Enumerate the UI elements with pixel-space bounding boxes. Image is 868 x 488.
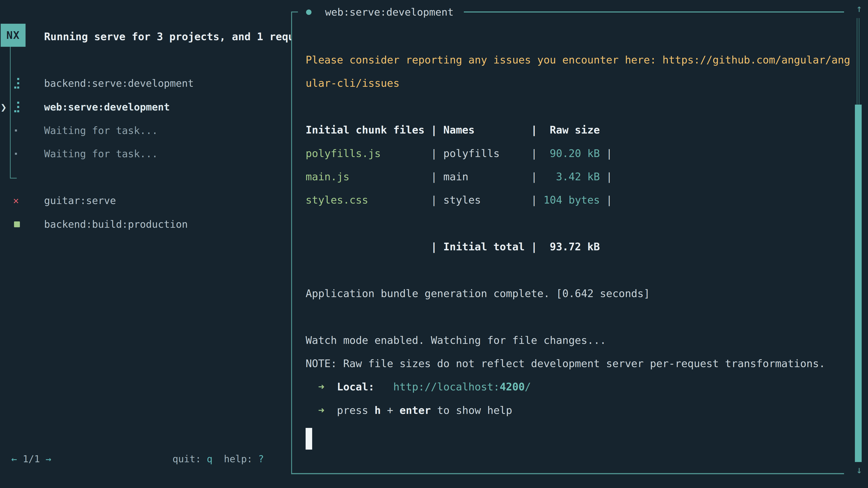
task-label: Waiting for task... (44, 147, 158, 161)
terminal-line (306, 369, 844, 381)
terminal-text: | (381, 147, 443, 160)
terminal-text: styles.css (306, 194, 368, 206)
pager: ← 1/1 → (11, 452, 51, 466)
running-status-dot-icon (306, 9, 311, 15)
local-url-link[interactable]: http://localhost: (393, 381, 500, 393)
terminal-cursor (306, 428, 312, 450)
terminal-text: Application bundle generation complete. … (306, 287, 650, 300)
terminal-line (306, 218, 844, 230)
scroll-up-arrow-icon[interactable]: ↑ (854, 2, 864, 15)
scroll-down-arrow-icon[interactable]: ↓ (854, 463, 864, 477)
terminal-text: ➜ (318, 381, 324, 393)
quit-key: q (207, 453, 213, 464)
task-sidebar: NX Running serve for 3 projects, and 1 r… (0, 0, 291, 488)
failed-x-icon: ✕ (13, 194, 19, 207)
terminal-line: | Initial total | 93.72 kB (306, 241, 844, 253)
terminal-line: ular-cli/issues (306, 77, 844, 89)
github-issues-link[interactable]: ular-cli/issues (306, 77, 399, 89)
terminal-line: Watch mode enabled. Watching for file ch… (306, 335, 844, 346)
terminal-line (306, 253, 844, 265)
terminal-text (324, 381, 337, 393)
terminal-line (306, 416, 844, 428)
scrollbar-thumb[interactable] (855, 105, 862, 462)
terminal-text: + (381, 404, 399, 416)
terminal-line (306, 299, 844, 311)
terminal-text: h (375, 404, 381, 416)
spinner-icon (14, 102, 19, 112)
pager-page-indicator: 1/1 (17, 453, 45, 464)
pager-next-arrow[interactable]: → (46, 453, 51, 464)
terminal-line (306, 346, 844, 358)
terminal-line (306, 428, 844, 440)
terminal-line (306, 183, 844, 195)
task-row-waiting-1[interactable]: Waiting for task... (0, 124, 291, 137)
task-row-guitar-serve[interactable]: ✕ guitar:serve (0, 194, 291, 207)
terminal-text (375, 381, 393, 393)
terminal-text: | (600, 194, 619, 206)
terminal-text: | (349, 170, 443, 183)
local-url-link[interactable]: 4200 (500, 381, 525, 393)
local-url-link[interactable]: / (525, 381, 531, 393)
terminal-text (324, 404, 337, 416)
terminal-line (306, 66, 844, 78)
panel-header-line (464, 11, 844, 12)
waiting-dot-icon (15, 129, 17, 131)
terminal-line (306, 393, 844, 404)
panel-title: web:serve:development (325, 5, 454, 19)
quit-hint-label: quit: (173, 453, 207, 464)
terminal-text: | (500, 147, 544, 160)
terminal-text: Please consider reporting any issues you… (306, 54, 662, 66)
sidebar-title: Running serve for 3 projects, and 1 requ (44, 30, 291, 43)
terminal-text: | (468, 170, 544, 183)
task-group-guide-corner (10, 178, 17, 178)
terminal-text: | (600, 170, 619, 183)
terminal-line (306, 264, 844, 276)
terminal-text (306, 381, 318, 393)
terminal-text: ➜ (318, 404, 324, 416)
terminal-line (306, 276, 844, 288)
terminal-text: Initial chunk files | Names | Raw size (306, 124, 600, 136)
keyboard-hints: quit: q help: ? (173, 452, 264, 466)
terminal-text: Local: (337, 381, 374, 393)
panel-bottom-border (291, 473, 844, 474)
help-hint-label: help: (213, 453, 258, 464)
terminal-text: Watch mode enabled. Watching for file ch… (306, 334, 606, 346)
terminal-line (306, 323, 844, 335)
terminal-line (306, 206, 844, 218)
pager-prev-arrow[interactable]: ← (11, 453, 17, 464)
terminal-line: main.js | main | 3.42 kB | (306, 171, 844, 183)
terminal-text: 104 bytes (544, 194, 600, 206)
success-square-icon (14, 221, 20, 227)
terminal-text: enter (399, 404, 431, 416)
terminal-line (306, 159, 844, 171)
terminal-output[interactable]: Please consider reporting any issues you… (306, 54, 844, 440)
terminal-line (306, 136, 844, 148)
task-label: backend:build:production (44, 218, 188, 231)
spinner-icon (14, 78, 19, 89)
terminal-text: | (481, 194, 544, 206)
terminal-text: press (337, 404, 374, 416)
task-row-backend-serve-development[interactable]: backend:serve:development (0, 76, 291, 90)
terminal-line: ➜ Local: http://localhost:4200/ (306, 381, 844, 393)
terminal-text: | Initial total | 93.72 kB (306, 240, 600, 253)
terminal-text: styles (443, 194, 481, 206)
terminal-line: styles.css | styles | 104 bytes | (306, 194, 844, 206)
scrollbar-track[interactable] (857, 18, 860, 105)
terminal-text: to show help (431, 404, 512, 416)
panel-top-border (291, 11, 298, 12)
terminal-line: polyfills.js | polyfills | 90.20 kB | (306, 148, 844, 160)
terminal-line (306, 311, 844, 323)
terminal-line: Initial chunk files | Names | Raw size (306, 124, 844, 136)
github-issues-link[interactable]: https://github.com/angular/ang (662, 54, 850, 66)
nx-logo: NX (1, 24, 26, 47)
task-row-backend-build-production[interactable]: backend:build:production (0, 218, 291, 231)
terminal-text: NOTE: Raw file sizes do not reflect deve… (306, 357, 825, 369)
terminal-text: | (600, 147, 619, 160)
terminal-text: 3.42 kB (544, 170, 600, 183)
terminal-text: 90.20 kB (544, 147, 600, 160)
terminal-text: polyfills (443, 147, 500, 160)
waiting-dot-icon (15, 153, 17, 155)
task-row-web-serve-development[interactable]: web:serve:development (0, 100, 291, 114)
terminal-line (306, 101, 844, 113)
task-row-waiting-2[interactable]: Waiting for task... (0, 147, 291, 161)
